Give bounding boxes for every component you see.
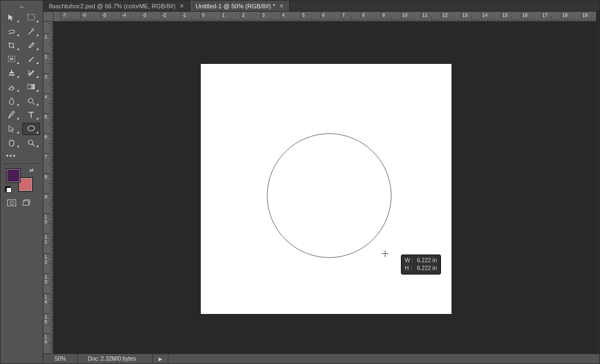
- eyedropper-icon: [26, 41, 36, 51]
- rect-marquee-icon: [26, 13, 36, 23]
- default-colors-icon[interactable]: [5, 186, 12, 193]
- ellipse-shape-icon: [26, 124, 36, 134]
- doc-info-label: Doc:: [88, 356, 100, 362]
- document-tab-bar: 8sachtuhoc2.psd @ 66.7% (colorME, RGB/8#…: [43, 1, 599, 12]
- cursor-crosshair-icon: [382, 251, 388, 257]
- close-icon[interactable]: ×: [280, 3, 284, 9]
- svg-rect-3: [9, 74, 14, 76]
- status-bar: 50% Doc: 2.32M/0 bytes ▶: [43, 353, 599, 363]
- type-tool[interactable]: [22, 109, 40, 121]
- move-tool[interactable]: [3, 12, 21, 24]
- svg-rect-12: [23, 201, 29, 206]
- workspace[interactable]: W :6.222 in H :6.222 in: [53, 22, 599, 353]
- spot-heal-icon: [7, 54, 17, 64]
- svg-point-6: [8, 117, 9, 118]
- svg-point-5: [28, 98, 33, 103]
- dodge-icon: [26, 96, 36, 106]
- quick-select-icon: [26, 27, 36, 37]
- ruler-origin[interactable]: [43, 12, 53, 22]
- doc-info[interactable]: Doc: 2.32M/0 bytes: [78, 354, 153, 363]
- tool-overflow-icon[interactable]: •••: [3, 152, 41, 160]
- quickmask-icon[interactable]: [7, 200, 16, 207]
- history-brush-icon: [26, 68, 36, 78]
- svg-point-10: [10, 201, 13, 205]
- blur-icon: [7, 96, 17, 106]
- crop-icon: [7, 41, 17, 51]
- lasso-icon: [7, 27, 17, 37]
- ruler-vertical[interactable]: 0123456789101112131415161718: [43, 22, 53, 353]
- svg-rect-9: [8, 200, 16, 206]
- dim-w-value: 6.222 in: [417, 257, 437, 265]
- lasso-tool[interactable]: [3, 26, 21, 38]
- status-disclosure-icon[interactable]: ▶: [153, 354, 168, 363]
- svg-rect-0: [28, 14, 34, 20]
- quick-select-tool[interactable]: [22, 26, 40, 38]
- pen-tool[interactable]: [3, 109, 21, 121]
- right-edge: [596, 12, 599, 353]
- document-tab[interactable]: 8sachtuhoc2.psd @ 66.7% (colorME, RGB/8#…: [43, 1, 190, 11]
- spot-heal-tool[interactable]: [3, 53, 21, 66]
- brush-icon: [26, 54, 36, 64]
- dodge-tool[interactable]: [22, 95, 40, 107]
- hand-icon: [7, 138, 17, 148]
- clone-stamp-tool[interactable]: [3, 67, 21, 79]
- document-tab[interactable]: Untitled-1 @ 50% (RGB/8#) *×: [190, 1, 290, 11]
- fg-color-swatch[interactable]: [6, 168, 21, 183]
- dim-h-value: 6.222 in: [417, 265, 437, 272]
- tool-panel-grip[interactable]: [3, 3, 41, 9]
- rect-marquee-tool[interactable]: [22, 12, 40, 24]
- tool-panel: ••• ⇄: [1, 1, 43, 363]
- crop-tool[interactable]: [3, 39, 21, 52]
- brush-tool[interactable]: [22, 53, 40, 66]
- screenmode-icon[interactable]: [23, 200, 32, 207]
- dim-w-label: W :: [405, 257, 414, 265]
- zoom-icon: [26, 138, 36, 148]
- path-select-icon: [7, 124, 17, 134]
- canvas-area: -7-6-5-4-3-2-101234567891011121314151617…: [43, 12, 599, 353]
- path-select-tool[interactable]: [3, 123, 21, 135]
- ellipse-shape-tool[interactable]: [22, 123, 40, 135]
- dimension-tooltip: W :6.222 in H :6.222 in: [401, 255, 441, 275]
- swap-colors-icon[interactable]: ⇄: [29, 167, 34, 173]
- divider: [3, 163, 41, 164]
- eyedropper-tool[interactable]: [22, 39, 40, 52]
- zoom-value: 50%: [54, 356, 66, 362]
- svg-point-7: [28, 126, 34, 131]
- eraser-icon: [7, 82, 17, 92]
- ruler-horizontal[interactable]: -7-6-5-4-3-2-101234567891011121314151617…: [53, 12, 599, 22]
- pen-icon: [7, 110, 17, 120]
- clone-stamp-icon: [7, 68, 17, 78]
- svg-point-8: [28, 140, 33, 144]
- close-icon[interactable]: ×: [180, 3, 184, 9]
- dim-h-label: H :: [405, 265, 414, 272]
- color-swatches[interactable]: ⇄: [6, 168, 33, 192]
- zoom-field[interactable]: 50%: [43, 354, 78, 363]
- history-brush-tool[interactable]: [22, 67, 40, 79]
- svg-rect-2: [8, 56, 15, 62]
- tab-label: Untitled-1 @ 50% (RGB/8#) *: [196, 3, 275, 9]
- doc-info-value: 2.32M/0 bytes: [101, 356, 136, 362]
- gradient-tool[interactable]: [22, 81, 40, 93]
- svg-rect-4: [28, 84, 34, 89]
- eraser-tool[interactable]: [3, 81, 21, 93]
- svg-point-1: [33, 43, 34, 44]
- tab-label: 8sachtuhoc2.psd @ 66.7% (colorME, RGB/8#…: [49, 3, 176, 9]
- blur-tool[interactable]: [3, 95, 21, 107]
- type-icon: [26, 110, 36, 120]
- move-icon: [7, 13, 17, 23]
- hand-tool[interactable]: [3, 137, 21, 149]
- ellipse-shape[interactable]: [267, 133, 391, 258]
- zoom-tool[interactable]: [22, 137, 40, 149]
- gradient-icon: [26, 82, 36, 92]
